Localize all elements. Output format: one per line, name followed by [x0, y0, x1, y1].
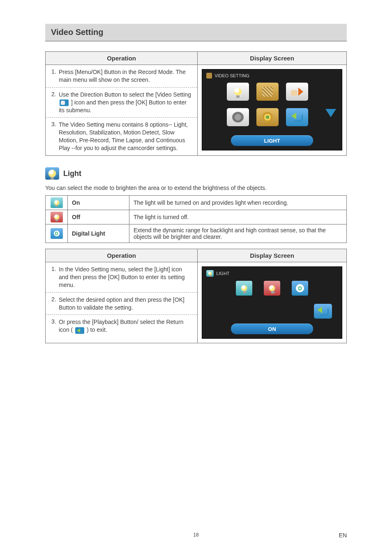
- light-on-icon: [51, 197, 63, 208]
- return-icon: [286, 108, 308, 126]
- slow-motion-icon: [256, 108, 279, 126]
- op-text-part: ] icon and then press the [OK] Button to…: [59, 99, 187, 113]
- display-screen: LIGHT D ON: [202, 266, 342, 339]
- op-text-part: Use the Direction Button to select the […: [59, 91, 191, 98]
- table-row: On The light will be turned on and provi…: [46, 196, 347, 210]
- light-small-icon: [206, 270, 214, 277]
- light-heading: Light: [63, 169, 81, 178]
- digital-light-icon: D: [51, 228, 63, 239]
- selection-caption: ON: [231, 324, 313, 334]
- selection-caption: LIGHT: [231, 135, 313, 146]
- op-text: Or press the [Playback] Button/ select t…: [59, 318, 193, 334]
- light-modes-table: On The light will be turned on and provi…: [45, 195, 347, 243]
- light-intro: You can select the mode to brighten the …: [45, 185, 347, 191]
- op-row: 3. The Video Setting menu contains 8 opt…: [46, 117, 197, 155]
- screen-title-row: LIGHT: [206, 270, 338, 277]
- op-number: 2.: [51, 91, 59, 114]
- display-screen: VIDEO SETTING LIGHT: [202, 69, 342, 150]
- screen-title: VIDEO SETTING: [214, 73, 249, 78]
- light-icon: [227, 83, 249, 101]
- op-row: 1. In the Video Setting menu, select the…: [46, 262, 197, 292]
- op-text-part: ) to exit.: [87, 326, 107, 333]
- op-text: The Video Setting menu contains 8 option…: [59, 121, 193, 152]
- op-row: 2. Use the Direction Button to select th…: [46, 87, 197, 118]
- mode-desc: The light will be turned on and provides…: [129, 196, 347, 210]
- mode-label: On: [68, 196, 129, 210]
- mode-desc: Extend the dynamic range for backlight a…: [129, 224, 347, 243]
- op-text: Press [Menu/OK] Button in the Record Mod…: [59, 68, 193, 84]
- op-text: Use the Direction Button to select the […: [59, 91, 193, 114]
- mode-desc: The light is turned off.: [129, 210, 347, 224]
- op-row: 1. Press [Menu/OK] Button in the Record …: [46, 65, 197, 87]
- stabilization-icon: [286, 83, 308, 101]
- op-row: 2. Select the desired option and then pr…: [46, 292, 197, 315]
- mode-label: Digital Light: [68, 224, 129, 243]
- col-display-screen: Display Screen: [198, 52, 347, 65]
- tool-icon: [206, 73, 212, 79]
- light-heading-row: Light: [45, 167, 347, 180]
- op-row: 3. Or press the [Playback] Button/ selec…: [46, 314, 197, 337]
- page-footer: 18 EN: [0, 532, 392, 539]
- screen-title: LIGHT: [216, 271, 229, 276]
- light-off-icon: [51, 212, 63, 222]
- return-option-icon: [314, 304, 332, 319]
- light-operation-table: Operation Display Screen 1. In the Video…: [45, 249, 347, 343]
- op-number: 3.: [51, 318, 59, 334]
- op-text: In the Video Setting menu, select the [L…: [59, 266, 193, 289]
- return-inline-icon: [75, 327, 84, 334]
- table-row: D Digital Light Extend the dynamic range…: [46, 224, 347, 243]
- mode-label: Off: [68, 210, 129, 224]
- motion-detect-icon: [227, 108, 249, 126]
- option-digital-icon: D: [292, 281, 308, 296]
- option-on-icon: [236, 281, 252, 296]
- op-number: 1.: [51, 68, 59, 84]
- video-setting-icon: [60, 99, 69, 106]
- table-row: Off The light is turned off.: [46, 210, 347, 224]
- op-number: 2.: [51, 296, 59, 312]
- op-number: 1.: [51, 266, 59, 289]
- op-number: 3.: [51, 121, 59, 152]
- op-text: Select the desired option and then press…: [59, 296, 193, 312]
- light-badge-icon: [45, 167, 59, 180]
- page-title: Video Setting: [45, 24, 347, 42]
- scroll-down-icon: [325, 109, 336, 117]
- option-off-icon: [264, 281, 280, 296]
- video-setting-table: Operation Display Screen 1. Press [Menu/…: [45, 51, 347, 156]
- col-display-screen: Display Screen: [198, 249, 347, 262]
- col-operation: Operation: [46, 249, 198, 262]
- lang-code: EN: [339, 532, 347, 539]
- resolution-icon: [256, 83, 279, 101]
- screen-title-row: VIDEO SETTING: [206, 73, 338, 79]
- page-number: 18: [193, 532, 198, 538]
- col-operation: Operation: [46, 52, 198, 65]
